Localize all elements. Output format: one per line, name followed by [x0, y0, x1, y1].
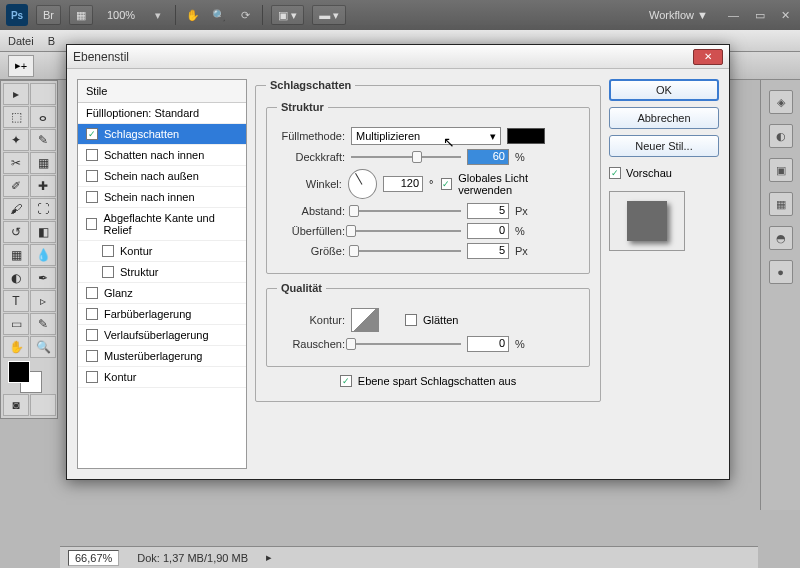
opacity-input[interactable]: 60: [467, 149, 509, 165]
spread-slider[interactable]: [351, 224, 461, 238]
noise-input[interactable]: 0: [467, 336, 509, 352]
workspace-switcher[interactable]: Workflow ▼: [641, 6, 716, 24]
minimize-icon[interactable]: —: [724, 9, 743, 21]
checkbox-icon[interactable]: [86, 287, 98, 299]
current-tool-preset[interactable]: ▸+: [8, 55, 34, 77]
antialias-checkbox[interactable]: [405, 314, 417, 326]
style-gradient-overlay[interactable]: Verlaufsüberlagerung: [78, 325, 246, 346]
style-bevel[interactable]: Abgeflachte Kante und Relief: [78, 208, 246, 241]
checkbox-icon[interactable]: [102, 266, 114, 278]
slice-tool[interactable]: ▦: [30, 152, 56, 174]
size-slider[interactable]: [351, 244, 461, 258]
style-blending-options[interactable]: Füllloptionen: Standard: [78, 103, 246, 124]
quick-mask[interactable]: ◙: [3, 394, 29, 416]
zoom-level[interactable]: 100%: [107, 9, 135, 21]
type-tool[interactable]: T: [3, 290, 29, 312]
stamp-tool[interactable]: ⛶: [30, 198, 56, 220]
history-brush-tool[interactable]: ↺: [3, 221, 29, 243]
blend-mode-dropdown[interactable]: Multiplizieren▾: [351, 127, 501, 145]
style-bevel-texture[interactable]: Struktur: [78, 262, 246, 283]
size-input[interactable]: 5: [467, 243, 509, 259]
eraser-tool[interactable]: ◧: [30, 221, 56, 243]
quick-select-tool[interactable]: ✎: [30, 129, 56, 151]
gradient-tool[interactable]: ▦: [3, 244, 29, 266]
close-icon[interactable]: ✕: [777, 9, 794, 22]
path-tool[interactable]: ▹: [30, 290, 56, 312]
style-pattern-overlay[interactable]: Musterüberlagerung: [78, 346, 246, 367]
opacity-slider[interactable]: [351, 150, 461, 164]
checkbox-icon[interactable]: [102, 245, 114, 257]
hand-tool[interactable]: ✋: [3, 336, 29, 358]
angle-dial[interactable]: [348, 169, 377, 199]
chevron-down-icon[interactable]: ▾: [149, 9, 167, 22]
status-zoom[interactable]: 66,67%: [68, 550, 119, 566]
contour-picker[interactable]: [351, 308, 379, 332]
swatches-panel-icon[interactable]: ▦: [769, 192, 793, 216]
menu-file[interactable]: Datei: [8, 35, 34, 47]
dialog-titlebar[interactable]: Ebenenstil ✕: [67, 45, 729, 69]
checkbox-icon[interactable]: [86, 308, 98, 320]
rotate-icon[interactable]: ⟳: [236, 9, 254, 22]
checkbox-icon[interactable]: ✓: [86, 128, 98, 140]
noise-slider[interactable]: [351, 337, 461, 351]
arrange-button[interactable]: ▣ ▾: [271, 5, 304, 25]
crop-tool[interactable]: ✂: [3, 152, 29, 174]
layers-panel-icon[interactable]: ◈: [769, 90, 793, 114]
style-inner-shadow[interactable]: Schatten nach innen: [78, 145, 246, 166]
zoom-icon[interactable]: 🔍: [210, 9, 228, 22]
hand-icon[interactable]: ✋: [184, 9, 202, 22]
checkbox-icon[interactable]: [86, 191, 98, 203]
angle-input[interactable]: 120: [383, 176, 423, 192]
style-color-overlay[interactable]: Farbüberlagerung: [78, 304, 246, 325]
zoom-tool[interactable]: 🔍: [30, 336, 56, 358]
heal-tool[interactable]: ✚: [30, 175, 56, 197]
styles-panel-icon[interactable]: ◓: [769, 226, 793, 250]
distance-input[interactable]: 5: [467, 203, 509, 219]
bridge-button[interactable]: Br: [36, 5, 61, 25]
checkbox-icon[interactable]: [86, 371, 98, 383]
checkbox-icon[interactable]: [86, 218, 97, 230]
notes-tool[interactable]: ✎: [30, 313, 56, 335]
style-outer-glow[interactable]: Schein nach außen: [78, 166, 246, 187]
shape-tool[interactable]: ▭: [3, 313, 29, 335]
info-panel-icon[interactable]: ●: [769, 260, 793, 284]
styles-header[interactable]: Stile: [78, 80, 246, 103]
marquee-tool[interactable]: ⬚: [3, 106, 29, 128]
style-drop-shadow[interactable]: ✓Schlagschatten: [78, 124, 246, 145]
ok-button[interactable]: OK: [609, 79, 719, 101]
screen-mode-button[interactable]: ▬ ▾: [312, 5, 346, 25]
cancel-button[interactable]: Abbrechen: [609, 107, 719, 129]
checkbox-icon[interactable]: [86, 170, 98, 182]
eyedropper-tool[interactable]: ✐: [3, 175, 29, 197]
new-style-button[interactable]: Neuer Stil...: [609, 135, 719, 157]
restore-icon[interactable]: ▭: [751, 9, 769, 22]
checkbox-icon[interactable]: [86, 350, 98, 362]
lasso-tool[interactable]: ⴰ: [30, 106, 56, 128]
masks-panel-icon[interactable]: ▣: [769, 158, 793, 182]
contour-label: Kontur:: [277, 314, 345, 326]
checkbox-icon[interactable]: [86, 329, 98, 341]
preview-checkbox[interactable]: ✓: [609, 167, 621, 179]
knockout-checkbox[interactable]: ✓: [340, 375, 352, 387]
pen-tool[interactable]: ✒: [30, 267, 56, 289]
global-light-checkbox[interactable]: ✓: [441, 178, 453, 190]
distance-slider[interactable]: [351, 204, 461, 218]
adjustments-panel-icon[interactable]: ◐: [769, 124, 793, 148]
shadow-color-chip[interactable]: [507, 128, 545, 144]
brush-tool[interactable]: 🖌: [3, 198, 29, 220]
spread-input[interactable]: 0: [467, 223, 509, 239]
move-tool[interactable]: ▸: [3, 83, 29, 105]
wand-tool[interactable]: ✦: [3, 129, 29, 151]
menu-edit[interactable]: B: [48, 35, 55, 47]
close-icon[interactable]: ✕: [693, 49, 723, 65]
checkbox-icon[interactable]: [86, 149, 98, 161]
view-extras-button[interactable]: ▦: [69, 5, 93, 25]
blur-tool[interactable]: 💧: [30, 244, 56, 266]
style-satin[interactable]: Glanz: [78, 283, 246, 304]
style-bevel-contour[interactable]: Kontur: [78, 241, 246, 262]
color-swatches[interactable]: [3, 359, 56, 393]
status-arrow-icon[interactable]: ▸: [266, 551, 272, 564]
style-stroke[interactable]: Kontur: [78, 367, 246, 388]
dodge-tool[interactable]: ◐: [3, 267, 29, 289]
style-inner-glow[interactable]: Schein nach innen: [78, 187, 246, 208]
